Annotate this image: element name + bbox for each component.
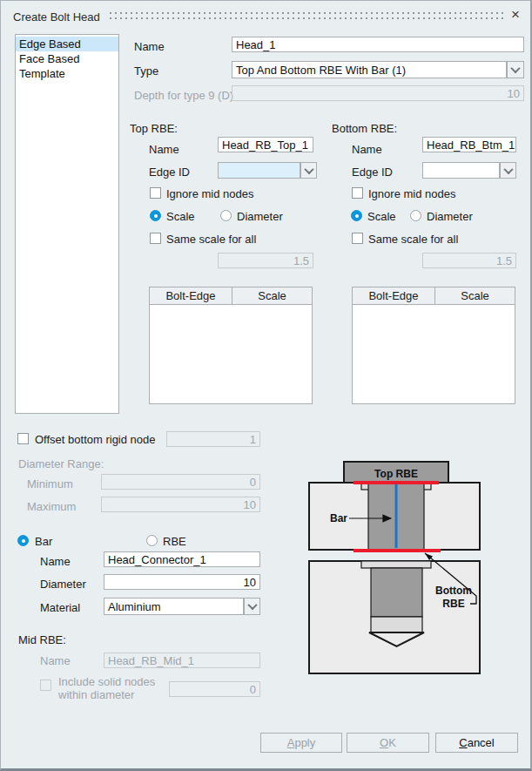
bottom-rbe-diameter-radio[interactable] — [410, 210, 421, 221]
top-rbe-scale-radio[interactable] — [150, 210, 161, 221]
type-label: Type — [134, 64, 158, 78]
connector-diameter-input[interactable]: 10 — [104, 574, 260, 590]
chevron-down-icon — [503, 164, 513, 173]
top-rbe-edge-id-label: Edge ID — [149, 166, 190, 179]
top-rbe-scale-label: Scale — [166, 210, 195, 223]
bolt-thread-band-shape — [371, 617, 422, 632]
include-solid-nodes-label-line1: Include solid nodes — [58, 675, 155, 688]
top-rbe-bolt-edge-table[interactable]: Bolt-Edge Scale — [149, 287, 313, 404]
mid-rbe-name-input: Head_RB_Mid_1 — [104, 653, 260, 668]
material-dropdown-button[interactable] — [244, 598, 260, 615]
maximum-label: Maximum — [27, 500, 76, 513]
column-header-bolt-edge: Bolt-Edge — [150, 287, 232, 304]
bolt-head-type-list: Edge Based Face Based Template — [15, 34, 119, 414]
column-header-scale: Scale — [232, 287, 312, 304]
close-icon[interactable]: × — [507, 6, 524, 24]
top-rbe-same-scale-checkbox[interactable] — [150, 233, 161, 244]
list-item-edge-based[interactable]: Edge Based — [16, 37, 118, 51]
depth-input: 10 — [232, 85, 524, 101]
top-rbe-edge-id-select[interactable] — [218, 162, 300, 179]
top-rbe-title: Top RBE: — [130, 122, 178, 135]
ok-button: OK — [347, 733, 429, 753]
include-solid-nodes-label-line2: within diameter — [58, 688, 134, 701]
bottom-shank-shape — [371, 568, 422, 617]
rbe-radio-label: RBE — [163, 535, 186, 548]
bottom-rbe-edge-id-label: Edge ID — [352, 166, 393, 179]
top-rbe-ignore-mid-nodes-checkbox[interactable] — [150, 187, 161, 199]
chevron-down-icon — [247, 600, 257, 610]
diagram-bottom-rbe-label-line2: RBE — [442, 598, 464, 610]
bottom-rbe-edge-id-dropdown-button[interactable] — [500, 162, 516, 179]
bottom-rbe-name-label: Name — [352, 143, 382, 156]
top-rbe-same-scale-label: Same scale for all — [166, 233, 256, 246]
bottom-rbe-scale-radio[interactable] — [351, 210, 362, 221]
connector-name-label: Name — [40, 555, 71, 568]
offset-value-input: 1 — [166, 431, 260, 447]
bar-radio[interactable] — [17, 535, 29, 546]
bottom-rbe-title: Bottom RBE: — [332, 122, 397, 135]
chevron-down-icon — [304, 164, 313, 173]
column-header-scale: Scale — [435, 287, 515, 304]
create-bolt-head-dialog: Create Bolt Head × Edge Based Face Based… — [0, 0, 532, 771]
mid-rbe-name-label: Name — [40, 654, 71, 667]
bottom-rbe-edge-id-select[interactable] — [422, 162, 500, 179]
diameter-range-title: Diameter Range: — [18, 457, 104, 470]
name-input[interactable]: Head_1 — [232, 37, 524, 52]
type-select[interactable]: Top And Bottom RBE With Bar (1) — [232, 61, 507, 78]
bottom-washer-shape — [361, 561, 431, 568]
chevron-down-icon — [510, 64, 520, 73]
table-header-row: Bolt-Edge Scale — [150, 287, 312, 305]
offset-bottom-rigid-node-label: Offset bottom rigid node — [35, 433, 156, 446]
include-solid-nodes-checkbox — [40, 680, 51, 691]
include-solid-nodes-value-input: 0 — [169, 681, 260, 697]
rbe-radio[interactable] — [146, 535, 158, 546]
list-item-template[interactable]: Template — [16, 66, 118, 81]
offset-bottom-rigid-node-checkbox[interactable] — [17, 433, 29, 444]
material-select[interactable]: Aluminium — [104, 598, 244, 615]
diagram-bar-label: Bar — [330, 512, 347, 524]
connector-diameter-label: Diameter — [40, 578, 86, 591]
bottom-rbe-scale-label: Scale — [367, 210, 396, 223]
top-rbe-name-input[interactable]: Head_RB_Top_1 — [218, 137, 313, 152]
drag-handle[interactable] — [110, 12, 503, 19]
bottom-rbe-same-scale-checkbox[interactable] — [352, 233, 363, 244]
dialog-title: Create Bolt Head — [13, 10, 100, 24]
bottom-rbe-bolt-edge-table[interactable]: Bolt-Edge Scale — [352, 287, 515, 404]
bar-radio-label: Bar — [35, 535, 52, 548]
diagram-top-rbe-label: Top RBE — [374, 468, 418, 480]
top-rbe-ignore-mid-nodes-label: Ignore mid nodes — [166, 187, 253, 200]
list-item-face-based[interactable]: Face Based — [16, 51, 118, 66]
mid-rbe-title: Mid RBE: — [18, 633, 66, 646]
connector-name-input[interactable]: Head_Connector_1 — [104, 551, 260, 567]
diagram-bottom-rbe-label-line1: Bottom — [435, 585, 472, 597]
top-rbe-scale-value-input: 1.5 — [218, 253, 313, 268]
bottom-rbe-ignore-mid-nodes-label: Ignore mid nodes — [368, 187, 455, 200]
top-rbe-name-label: Name — [149, 143, 179, 156]
bottom-rbe-diameter-label: Diameter — [427, 210, 473, 223]
bottom-rbe-same-scale-label: Same scale for all — [368, 233, 458, 246]
bottom-rbe-name-input[interactable]: Head_RB_Btm_1 — [422, 137, 516, 152]
top-rbe-diameter-label: Diameter — [237, 210, 283, 223]
maximum-input: 10 — [101, 497, 260, 512]
column-header-bolt-edge: Bolt-Edge — [353, 287, 435, 304]
bottom-rbe-scale-value-input: 1.5 — [422, 253, 516, 268]
top-rbe-diameter-radio[interactable] — [220, 210, 232, 221]
apply-button: Apply — [260, 733, 342, 753]
table-header-row: Bolt-Edge Scale — [353, 287, 515, 305]
minimum-label: Minimum — [27, 477, 73, 490]
cancel-button[interactable]: Cancel — [435, 733, 518, 753]
top-rbe-edge-id-dropdown-button[interactable] — [300, 162, 317, 179]
minimum-input: 0 — [101, 474, 260, 490]
name-label: Name — [134, 40, 165, 53]
depth-label: Depth for type 9 (D) — [134, 89, 233, 102]
type-select-dropdown-button[interactable] — [507, 61, 524, 78]
material-label: Material — [40, 601, 80, 614]
bolt-head-diagram: Top RBE Bar Bottom RBE — [297, 450, 506, 685]
bottom-rbe-ignore-mid-nodes-checkbox[interactable] — [352, 187, 363, 199]
